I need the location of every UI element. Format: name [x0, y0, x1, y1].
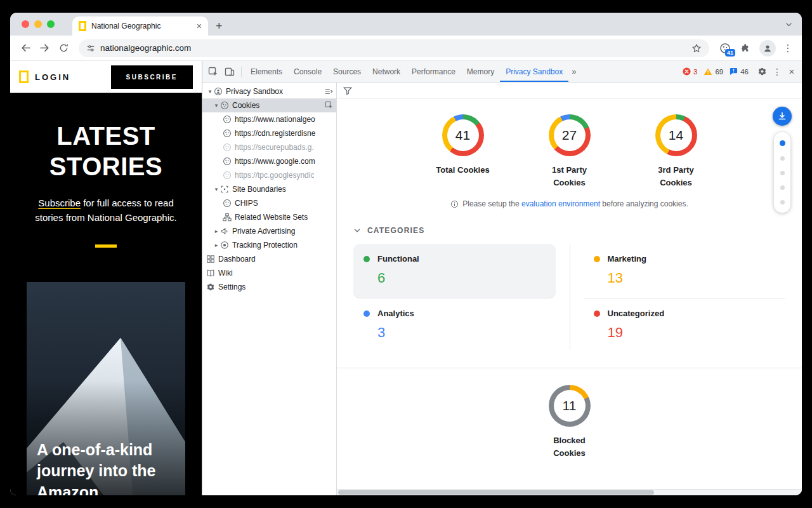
- blocked-section: 11 Blocked Cookies: [337, 368, 802, 460]
- tree-item-site-boundaries[interactable]: ▾ Site Boundaries: [202, 182, 336, 196]
- devtools-tab-console[interactable]: Console: [288, 61, 327, 82]
- expander-icon[interactable]: ▸: [213, 228, 220, 234]
- devtools-tab-network[interactable]: Network: [367, 61, 406, 82]
- expander-icon[interactable]: ▾: [213, 102, 220, 109]
- tree-item-cookie-origin[interactable]: https://tpc.googlesyndic: [202, 168, 336, 182]
- traffic-light-close-button[interactable]: [22, 20, 29, 28]
- window-content: LOGIN SUBSCRIBE LATEST STORIES Subscribe…: [10, 61, 802, 495]
- tree-item-dashboard[interactable]: Dashboard: [202, 252, 336, 266]
- person-icon: [763, 43, 773, 53]
- section-dot[interactable]: [780, 140, 785, 146]
- devtools-tab-privacy-sandbox[interactable]: Privacy Sandbox: [500, 61, 568, 82]
- tree-item-settings[interactable]: Settings: [202, 280, 336, 294]
- expander-icon[interactable]: ▾: [206, 88, 214, 95]
- horizontal-scrollbar[interactable]: [337, 489, 802, 495]
- back-button[interactable]: [16, 39, 34, 57]
- inspect-cursor-icon: [208, 67, 218, 77]
- forward-button[interactable]: [36, 39, 53, 57]
- section-dot[interactable]: [780, 171, 785, 175]
- download-report-button[interactable]: [773, 107, 792, 126]
- scrollbar-thumb[interactable]: [338, 490, 654, 495]
- inspect-cookies-button[interactable]: [325, 101, 333, 109]
- tab-strip: National Geographic × +: [10, 13, 802, 36]
- traffic-lights: [22, 20, 55, 28]
- filter-funnel-icon: [343, 86, 352, 95]
- tree-item-related-website-sets[interactable]: Related Website Sets: [202, 210, 336, 224]
- sidebar-collapse-button[interactable]: [324, 87, 333, 96]
- donut-ring: 14: [655, 114, 697, 156]
- devtools-tab-memory[interactable]: Memory: [461, 61, 500, 82]
- tree-label: https://tpc.googlesyndic: [235, 171, 314, 180]
- tree-item-wiki[interactable]: Wiki: [202, 266, 336, 280]
- new-tab-button[interactable]: +: [216, 20, 223, 32]
- tree-item-cookie-origin[interactable]: https://securepubads.g.: [202, 140, 336, 154]
- inspect-element-button[interactable]: [205, 64, 221, 80]
- donut-label: 3rd Party Cookies: [649, 164, 704, 189]
- categories-header[interactable]: CATEGORIES: [337, 217, 802, 241]
- cookie-extension-button[interactable]: 41: [716, 39, 735, 57]
- warnings-badge[interactable]: 69: [704, 68, 723, 76]
- section-dot[interactable]: [780, 200, 785, 204]
- expander-icon[interactable]: ▾: [213, 186, 220, 192]
- tree-item-cookie-origin[interactable]: https://www.nationalgeo: [202, 112, 336, 126]
- note-text-after: before analyzing cookies.: [600, 199, 688, 208]
- category-card-functional[interactable]: Functional 6: [353, 244, 556, 298]
- devtools-settings-button[interactable]: [754, 64, 770, 80]
- traffic-light-zoom-button[interactable]: [47, 20, 55, 28]
- cookie-icon: [223, 171, 232, 180]
- bookmark-star-icon[interactable]: [691, 43, 702, 53]
- natgeo-favicon-icon: [79, 21, 86, 31]
- devtools-tab-elements[interactable]: Elements: [245, 61, 288, 82]
- subscribe-button[interactable]: SUBSCRIBE: [111, 65, 193, 89]
- devtools-menu-button[interactable]: ⋮: [770, 67, 784, 77]
- profile-avatar[interactable]: [759, 40, 776, 57]
- tree-label: Tracking Protection: [232, 241, 298, 250]
- filter-button[interactable]: [343, 86, 352, 95]
- devtools-tab-performance[interactable]: Performance: [406, 61, 461, 82]
- tree-item-cookie-origin[interactable]: https://cdn.registerdisne: [202, 126, 336, 140]
- url-text[interactable]: nationalgeographic.com: [100, 43, 191, 53]
- login-button[interactable]: LOGIN: [35, 72, 70, 82]
- tree-item-tracking-protection[interactable]: ▸ Tracking Protection: [202, 238, 336, 252]
- natgeo-logo[interactable]: [19, 70, 29, 83]
- expander-icon[interactable]: ▸: [213, 242, 220, 248]
- categories-grid: Functional 6 Marketing 13 Analytics 3: [353, 244, 785, 352]
- donut-blocked-cookies: 11 Blocked Cookies: [534, 385, 605, 460]
- extensions-puzzle-button[interactable]: [736, 39, 755, 57]
- tree-item-cookie-origin[interactable]: https://www.google.com: [202, 154, 336, 168]
- chevron-down-icon[interactable]: [353, 227, 361, 234]
- panel-content: 41 Total Cookies 27 1st Party Cookies: [337, 99, 802, 495]
- category-card-marketing[interactable]: Marketing 13: [584, 244, 786, 298]
- devtools-close-button[interactable]: ×: [784, 66, 799, 77]
- traffic-light-minimize-button[interactable]: [34, 20, 42, 28]
- story-card[interactable]: A one-of-a-kind journey into the Amazon: [27, 282, 185, 496]
- category-card-uncategorized[interactable]: Uncategorized 19: [584, 298, 786, 352]
- devtools-tab-sources[interactable]: Sources: [327, 61, 367, 82]
- more-tabs-button[interactable]: »: [568, 67, 579, 76]
- tree-item-chips[interactable]: CHIPS: [202, 196, 336, 210]
- issues-badge[interactable]: 46: [730, 67, 749, 76]
- floating-tools: [773, 107, 792, 213]
- arrow-right-icon: [39, 43, 50, 53]
- donut-total-cookies: 41 Total Cookies: [428, 114, 499, 189]
- section-dot[interactable]: [780, 185, 785, 190]
- category-name: Analytics: [377, 309, 414, 318]
- cookie-summary: 41 Total Cookies 27 1st Party Cookies: [337, 114, 802, 189]
- errors-badge[interactable]: 3: [683, 67, 697, 76]
- section-dot[interactable]: [780, 156, 785, 161]
- tree-item-cookies[interactable]: ▾ Cookies: [202, 98, 336, 112]
- reload-button[interactable]: [55, 39, 72, 57]
- subscribe-link[interactable]: Subscribe: [38, 197, 81, 208]
- browser-menu-button[interactable]: ⋮: [780, 43, 796, 54]
- list-collapse-icon: [324, 87, 333, 96]
- evaluation-environment-link[interactable]: evaluation environment: [521, 199, 600, 208]
- site-settings-icon[interactable]: [86, 44, 95, 53]
- browser-tab[interactable]: National Geographic ×: [72, 17, 208, 36]
- device-toolbar-button[interactable]: [221, 64, 238, 80]
- tree-item-private-advertising[interactable]: ▸ Private Advertising: [202, 224, 336, 238]
- url-bar[interactable]: nationalgeographic.com: [79, 39, 709, 57]
- tab-search-button[interactable]: [785, 20, 793, 31]
- tree-item-privacy-sandbox[interactable]: ▾ Privacy Sandbox: [202, 84, 336, 98]
- category-card-analytics[interactable]: Analytics 3: [353, 298, 556, 352]
- tab-close-icon[interactable]: ×: [197, 22, 202, 30]
